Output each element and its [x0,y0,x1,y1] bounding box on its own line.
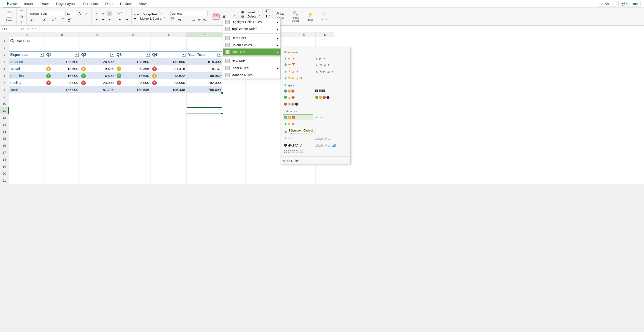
cell[interactable] [222,86,246,93]
cell[interactable] [9,121,45,128]
cell[interactable]: 128,500 [115,58,151,65]
col-header-d[interactable]: D [115,32,151,37]
copy-button[interactable]: ⧉ [19,14,24,19]
cell[interactable]: 68,962 [187,72,222,79]
cell[interactable] [246,170,269,177]
iconset-3-flags[interactable]: ⚑⚑⚑ [283,121,313,127]
cell[interactable] [246,177,269,184]
iconset-4-arrows-gray[interactable]: ▲◥◢▼ [314,62,344,68]
cell[interactable]: Operations [9,37,45,44]
cell[interactable] [151,156,187,163]
enter-formula-icon[interactable]: ✔ [31,27,34,30]
row-header[interactable]: 8 [0,86,9,93]
filter-dropdown-icon[interactable]: ▼ [75,53,79,57]
italic-button[interactable]: I [36,17,40,22]
cell[interactable] [45,121,80,128]
cell[interactable] [269,177,292,184]
cf-menu-item[interactable]: Clear Rules▶ [223,65,280,72]
cell[interactable] [45,170,80,177]
cell[interactable] [45,156,80,163]
cell[interactable] [316,177,334,184]
cell[interactable] [45,177,80,184]
iconset-4-traffic-lights[interactable] [314,95,344,100]
font-name-select[interactable] [29,11,64,16]
iconset-5-ratings-bars[interactable] [314,142,344,148]
insert-cells-button[interactable]: ⊞ Insert ˅ [241,10,260,14]
paste-button[interactable]: Paste [4,11,14,22]
cell[interactable]: 128,500 [45,58,80,65]
filter-dropdown-icon[interactable]: ▼ [182,53,186,57]
cell[interactable]: 128,500 [80,58,115,65]
cell[interactable] [9,177,45,184]
col-header-k[interactable]: K [292,32,316,37]
cell[interactable]: Expenses▼ [9,51,45,58]
iconset-3-arrows-gray[interactable]: ▲▶▼ [314,55,344,61]
find-select-button[interactable]: 🔍 Find & Select [290,11,300,22]
cell[interactable]: 18,500 [45,65,80,72]
row-header[interactable]: 7 [0,79,9,86]
orientation-button[interactable]: ⤭ ˅ [117,11,122,16]
cell[interactable] [151,37,187,44]
cell[interactable] [9,114,45,121]
cell[interactable] [80,163,115,170]
cell[interactable] [222,156,246,163]
increase-indent-button[interactable]: ⇥ [124,17,129,22]
cf-menu-item[interactable]: New Rule... [223,58,280,65]
cell[interactable] [9,142,45,149]
decrease-font-button[interactable]: Aˇ [84,11,89,16]
cell[interactable]: 189,536 [115,86,151,93]
cell[interactable] [246,107,269,114]
bold-button[interactable]: B [29,17,34,22]
cell[interactable] [316,170,334,177]
cell[interactable] [187,128,222,135]
cf-menu-item[interactable]: Colour Scales▶ [223,41,280,48]
cell[interactable]: Q3▼ [115,51,151,58]
iconset-5-arrows-colored[interactable]: ▲◥▶◢▼ [283,75,313,81]
row-header[interactable]: 10 [0,100,9,107]
cell[interactable] [316,37,334,44]
iconset-3-symbols-uncircled[interactable]: ✔!✕ [314,114,344,120]
cell[interactable] [80,114,115,121]
cell[interactable] [115,135,151,142]
fill-color-button[interactable]: ◊ ˅ [61,17,66,22]
cell[interactable] [80,44,115,51]
font-color-button[interactable]: A ˅ [67,17,72,22]
align-top-button[interactable]: ≡ [94,11,99,16]
filter-dropdown-icon[interactable]: ▼ [40,53,44,57]
cell[interactable] [80,128,115,135]
cell[interactable] [80,156,115,163]
share-button[interactable]: ↗Share [598,1,616,7]
cell[interactable] [80,107,115,114]
cell[interactable] [246,128,269,135]
row-header[interactable]: 14 [0,128,9,135]
cell[interactable] [222,163,246,170]
underline-button[interactable]: U ˅ [42,17,47,22]
name-box[interactable] [0,26,20,32]
row-header[interactable]: 20 [0,170,9,177]
merge-center-button[interactable]: ⬌ Merge & Centre ˅ [134,17,166,20]
cell[interactable] [9,135,45,142]
cell[interactable] [9,163,45,170]
cell[interactable]: Total [9,86,45,93]
cell[interactable] [151,114,187,121]
cell[interactable] [45,128,80,135]
font-size-select[interactable] [65,11,76,16]
row-header[interactable]: 9 [0,93,9,100]
cell[interactable] [187,44,222,51]
cell[interactable] [9,128,45,135]
cell[interactable] [80,177,115,184]
cell[interactable] [80,121,115,128]
cell[interactable]: 186,000 [45,86,80,93]
cell[interactable] [45,107,80,114]
comments-button[interactable]: 💬Comme [618,1,641,7]
cell[interactable] [222,128,246,135]
cell[interactable] [292,177,316,184]
cell[interactable] [246,135,269,142]
row-header[interactable]: 6 [0,72,9,79]
tab-home[interactable]: Home [3,0,20,7]
cell[interactable] [80,142,115,149]
cell[interactable]: 195,438 [151,86,187,93]
cell[interactable]: 20,396 [115,65,151,72]
row-header[interactable]: 21 [0,177,9,184]
cell[interactable] [187,135,222,142]
